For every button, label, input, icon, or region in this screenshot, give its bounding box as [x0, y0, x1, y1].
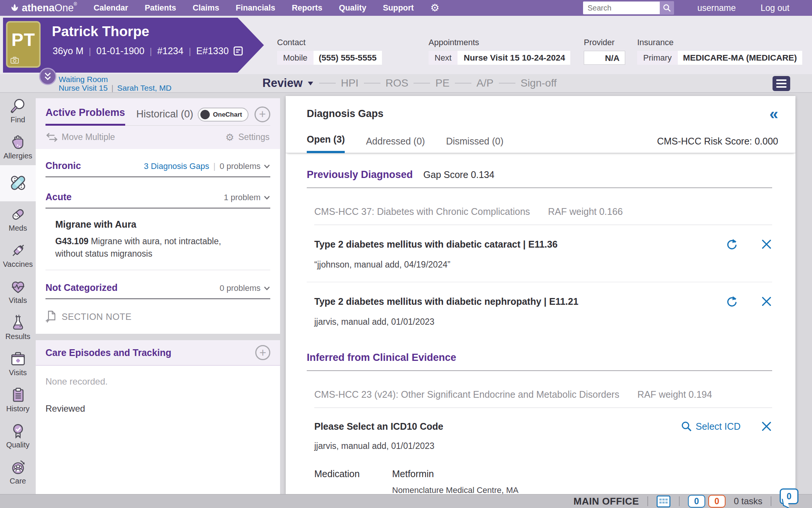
provider-section: Provider N/A — [584, 38, 625, 65]
stage-signoff[interactable]: Sign-off — [521, 77, 557, 89]
readdress-button[interactable] — [725, 295, 738, 308]
diagnosis-gaps-link[interactable]: 3 Diagnosis Gaps — [144, 161, 209, 171]
chart-sidebar: Find Allergies — [0, 93, 36, 494]
urgent-count-badge[interactable]: 0 — [708, 495, 726, 508]
gap-score: Gap Score 0.134 — [423, 169, 494, 180]
nav-item-financials[interactable]: Financials — [236, 3, 275, 13]
sidebar-item-quality[interactable]: Quality — [0, 418, 36, 454]
problems-list: Chronic 3 Diagnosis Gaps | 0 problems Ac… — [36, 149, 280, 334]
schedule-calendar-icon[interactable] — [656, 495, 671, 508]
tab-open[interactable]: Open (3) — [307, 134, 345, 153]
nav-item-support[interactable]: Support — [383, 3, 414, 13]
select-icd-button[interactable]: Select ICD — [681, 421, 741, 432]
stage-pe[interactable]: PE — [435, 77, 449, 89]
contact-phone-field[interactable]: (555) 555-5555 — [314, 51, 382, 65]
inbox-count-badge[interactable]: 0 — [688, 495, 705, 508]
patient-banner: PT Patrick Thorpe 36yo M | 01-01-1900 | … — [0, 16, 812, 74]
tab-dismissed[interactable]: Dismissed (0) — [446, 136, 503, 153]
gap-item-cataract: Type 2 diabetes mellitus with diabetic c… — [307, 225, 772, 270]
search-icon — [681, 421, 692, 432]
readdress-button[interactable] — [725, 238, 738, 251]
add-care-episode-button[interactable]: + — [255, 345, 270, 360]
top-nav: athenaOne® Calendar Patients Claims Fina… — [0, 0, 812, 16]
search-input[interactable] — [583, 2, 660, 14]
sidebar-item-vitals[interactable]: Vitals — [0, 274, 36, 310]
dismiss-button[interactable] — [761, 296, 772, 307]
bottom-status-bar: MAIN OFFICE 0 0 0 tasks 0 — [0, 494, 812, 508]
insurance-field[interactable]: MEDICARE-MA (MEDICARE) — [678, 51, 802, 65]
nav-item-claims[interactable]: Claims — [193, 3, 220, 13]
department-selector[interactable]: MAIN OFFICE — [573, 496, 639, 507]
medication-evidence-row: Medication Metformin Nomenclature Medica… — [314, 468, 772, 494]
settings-button[interactable]: ⚙ Settings — [226, 132, 270, 142]
patient-id: #1234 — [157, 46, 183, 56]
patient-header-chevron: PT Patrick Thorpe 36yo M | 01-01-1900 | … — [3, 18, 264, 73]
search-button[interactable] — [660, 1, 674, 15]
stage-hpi[interactable]: HPI — [341, 77, 359, 89]
athenaone-logo[interactable]: athenaOne® — [10, 2, 77, 14]
collapse-panel-icon[interactable]: « — [770, 108, 778, 120]
tab-addressed[interactable]: Addressed (0) — [366, 136, 425, 153]
acute-count[interactable]: 1 problem — [224, 193, 261, 202]
stage-review[interactable]: Review — [262, 76, 314, 90]
next-appointment-field[interactable]: Nurse Visit 15 10-24-2024 — [458, 51, 570, 65]
nav-item-calendar[interactable]: Calendar — [94, 3, 128, 13]
stage-ros[interactable]: ROS — [386, 77, 409, 89]
diagnosis-gaps-header: Diagnosis Gaps « Open (3) Addressed (0) … — [286, 96, 795, 153]
sidebar-item-visits[interactable]: Visits — [0, 346, 36, 382]
problem-item-migraine[interactable]: Migrane with Aura G43.109 Migrane with a… — [45, 219, 270, 260]
sidebar-item-problems[interactable] — [0, 165, 36, 201]
chat-count: 0 — [787, 491, 792, 502]
patient-age-sex: 36yo M — [53, 46, 83, 56]
not-categorized-count[interactable]: 0 problems — [220, 283, 261, 293]
logout-link[interactable]: Log out — [760, 3, 789, 13]
banner-collapse-button[interactable] — [39, 68, 56, 85]
sidebar-item-allergies[interactable]: Allergies — [0, 129, 36, 165]
add-problem-button[interactable]: + — [255, 106, 270, 122]
patient-dob: 01-01-1900 — [96, 46, 144, 56]
encounter-menu-button[interactable] — [773, 76, 790, 91]
care-episodes-body: None recorded. Reviewed — [36, 366, 280, 494]
care-episodes-empty: None recorded. — [45, 376, 270, 387]
username-link[interactable]: username — [697, 3, 736, 13]
waiting-room-link[interactable]: Waiting Room — [59, 75, 108, 84]
problems-panel-header: Active Problems Historical (0) OneChart … — [36, 98, 280, 149]
encounter-note-icon[interactable] — [233, 46, 243, 56]
tab-historical[interactable]: Historical (0) — [136, 108, 194, 125]
move-multiple-button[interactable]: Move Multiple — [46, 132, 115, 142]
avatar[interactable]: PT — [6, 21, 41, 68]
sidebar-item-find[interactable]: Find — [0, 93, 36, 129]
allergies-hand-icon — [10, 134, 26, 151]
tasks-count[interactable]: 0 tasks — [734, 496, 762, 506]
nav-gear-icon[interactable]: ⚙ — [430, 3, 439, 13]
sidebar-item-vaccines[interactable]: Vaccines — [0, 237, 36, 274]
sidebar-item-results[interactable]: Results — [0, 310, 36, 346]
nav-right-cluster: username Log out — [583, 1, 802, 15]
chat-bubble-icon[interactable]: 0 — [780, 488, 798, 504]
dismiss-button[interactable] — [761, 239, 772, 250]
search-icon — [663, 4, 671, 12]
gap-item-source: jjarvis, manual add, 01/01/2023 — [314, 441, 772, 451]
provider-title: Provider — [584, 38, 617, 47]
onechart-toggle[interactable]: OneChart — [198, 108, 248, 122]
encounter-provider-link[interactable]: Sarah Test, MD — [117, 84, 171, 92]
quality-ribbon-icon — [10, 423, 26, 440]
care-episodes-reviewed[interactable]: Reviewed — [45, 403, 270, 414]
tab-active-problems[interactable]: Active Problems — [45, 107, 125, 126]
nav-item-reports[interactable]: Reports — [292, 3, 322, 13]
sidebar-item-meds[interactable]: Meds — [0, 201, 36, 237]
nav-item-patients[interactable]: Patients — [145, 3, 176, 13]
provider-field[interactable]: N/A — [584, 51, 625, 65]
sidebar-item-care[interactable]: Care — [0, 454, 36, 490]
section-note-icon — [45, 310, 57, 323]
nav-item-quality[interactable]: Quality — [339, 3, 366, 13]
section-note-button[interactable]: SECTION NOTE — [45, 310, 270, 323]
history-clipboard-icon — [10, 387, 26, 403]
visit-link[interactable]: Nurse Visit 15 — [59, 84, 108, 92]
patient-name: Patrick Thorpe — [52, 24, 149, 40]
dismiss-button[interactable] — [761, 421, 772, 432]
chronic-count[interactable]: 0 problems — [220, 161, 261, 171]
sidebar-item-history[interactable]: History — [0, 382, 36, 418]
visits-bag-icon — [10, 351, 26, 367]
stage-ap[interactable]: A/P — [477, 77, 494, 89]
